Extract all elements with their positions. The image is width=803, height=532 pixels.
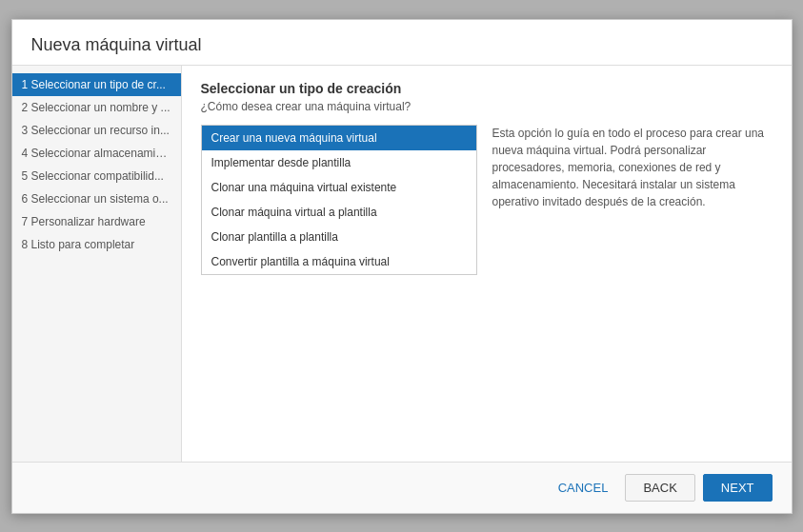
- sidebar-item-4[interactable]: 4 Seleccionar almacenamie...: [12, 142, 181, 165]
- sidebar-item-1[interactable]: 1 Seleccionar un tipo de cr...: [12, 73, 181, 96]
- sidebar-item-8[interactable]: 8 Listo para completar: [12, 233, 181, 256]
- next-button[interactable]: NEXT: [703, 474, 773, 502]
- section-title: Seleccionar un tipo de creación: [201, 81, 773, 96]
- option-clone-vm[interactable]: Clonar una máquina virtual existente: [202, 175, 476, 200]
- sidebar-item-6[interactable]: 6 Seleccionar un sistema o...: [12, 187, 181, 210]
- option-deploy-template[interactable]: Implementar desde plantilla: [202, 150, 476, 175]
- sidebar-item-3[interactable]: 3 Seleccionar un recurso in...: [12, 119, 181, 142]
- dialog-title: Nueva máquina virtual: [31, 35, 773, 55]
- sidebar-item-7[interactable]: 7 Personalizar hardware: [12, 210, 181, 233]
- option-create-new[interactable]: Crear una nueva máquina virtual: [202, 126, 476, 150]
- dialog: Nueva máquina virtual 1 Seleccionar un t…: [11, 19, 793, 514]
- dialog-header: Nueva máquina virtual: [12, 20, 792, 66]
- sidebar-item-2[interactable]: 2 Seleccionar un nombre y ...: [12, 96, 181, 119]
- dialog-footer: CANCEL BACK NEXT: [12, 462, 792, 513]
- sidebar: 1 Seleccionar un tipo de cr... 2 Selecci…: [12, 66, 182, 462]
- content-area: Crear una nueva máquina virtual Implemen…: [201, 125, 773, 275]
- sidebar-item-5[interactable]: 5 Seleccionar compatibilid...: [12, 165, 181, 187]
- description-text: Esta opción lo guía en todo el proceso p…: [492, 125, 773, 275]
- main-content: Seleccionar un tipo de creación ¿Cómo de…: [182, 66, 792, 462]
- cancel-button[interactable]: CANCEL: [549, 474, 618, 502]
- option-clone-template-to-template[interactable]: Clonar plantilla a plantilla: [202, 225, 476, 249]
- section-subtitle: ¿Cómo desea crear una máquina virtual?: [201, 100, 773, 113]
- option-convert-template[interactable]: Convertir plantilla a máquina virtual: [202, 249, 476, 274]
- options-list: Crear una nueva máquina virtual Implemen…: [201, 125, 477, 275]
- dialog-body: 1 Seleccionar un tipo de cr... 2 Selecci…: [12, 66, 792, 462]
- option-clone-to-template[interactable]: Clonar máquina virtual a plantilla: [202, 200, 476, 225]
- back-button[interactable]: BACK: [625, 474, 694, 502]
